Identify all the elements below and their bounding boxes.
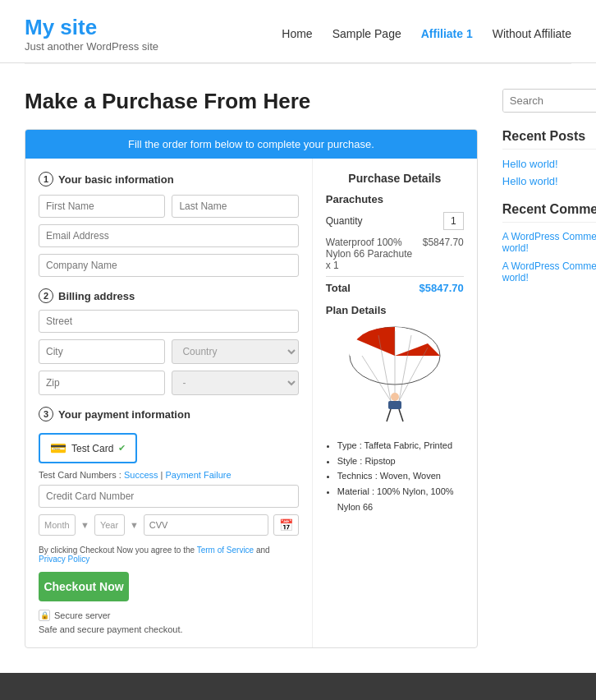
check-icon: ✔ — [118, 443, 126, 454]
form-fields-section: 1 Your basic information — [25, 159, 313, 647]
payment-section: 💳 Test Card ✔ Test Card Numbers : Succes… — [39, 433, 299, 634]
qty-label: Quantity — [326, 215, 363, 227]
recent-comments-title: Recent Comments — [502, 202, 596, 223]
svg-rect-6 — [388, 401, 401, 409]
nav-affiliate1[interactable]: Affiliate 1 — [421, 27, 473, 40]
checkout-button[interactable]: Checkout Now — [39, 572, 129, 601]
feature-3: Technics : Woven, Woven — [337, 468, 464, 484]
footer-widgets: Colorway Theme Footer is widgetized. To … — [0, 673, 596, 700]
section3-title: 3 Your payment information — [39, 407, 299, 421]
footer: Colorway Theme Footer is widgetized. To … — [0, 673, 596, 700]
feature-2: Style : Ripstop — [337, 454, 464, 469]
test-card-text: Test Card Numbers : — [39, 470, 124, 480]
total-label: Total — [326, 282, 351, 294]
secure-icon: 🔒 — [39, 610, 50, 621]
site-name: My site — [25, 15, 158, 40]
company-row — [39, 254, 299, 277]
product-detail-row: Waterproof 100% Nylon 66 Parachute x 1 $… — [326, 237, 464, 271]
main-content: Make a Purchase From Here Fill the order… — [0, 64, 596, 673]
calendar-icon: 📅 — [273, 514, 299, 536]
zip-extra-select[interactable]: - — [172, 371, 298, 395]
section1-label: Your basic information — [58, 173, 174, 186]
secure-label: Secure server — [54, 610, 110, 620]
secure-note: Safe and secure payment checkout. — [39, 624, 299, 634]
product-price: $5847.70 — [423, 237, 464, 271]
city-country-row: Country — [39, 339, 299, 364]
parachute-image — [326, 323, 464, 430]
site-branding: My site Just another WordPress site — [25, 15, 158, 53]
first-name-input[interactable] — [39, 195, 165, 218]
search-bar: 🔍 — [502, 89, 596, 113]
svg-point-7 — [391, 393, 399, 401]
card-icon: 💳 — [50, 440, 66, 456]
plan-features: Type : Taffeta Fabric, Printed Style : R… — [326, 438, 464, 514]
post-link-1[interactable]: Hello world! — [502, 158, 596, 170]
left-column: Make a Purchase From Here Fill the order… — [25, 89, 478, 648]
failure-link[interactable]: Payment Failure — [165, 470, 231, 480]
cvv-input[interactable] — [144, 514, 268, 536]
comment-2: A WordPress Commenter on Hello world! — [502, 260, 596, 283]
section2-title: 2 Billing address — [39, 288, 299, 303]
purchase-details-panel: Purchase Details Parachutes Quantity 1 W… — [313, 159, 477, 647]
form-header: Fill the order form below to complete yo… — [25, 130, 477, 159]
svg-line-9 — [399, 409, 403, 421]
plan-title: Plan Details — [326, 304, 464, 316]
nav-home[interactable]: Home — [282, 27, 312, 40]
svg-line-8 — [387, 409, 391, 421]
site-header: My site Just another WordPress site Home… — [0, 0, 596, 63]
site-tagline: Just another WordPress site — [25, 40, 158, 53]
month-select[interactable]: Month — [39, 514, 76, 536]
sidebar: 🔍 Recent Posts Hello world! Hello world!… — [502, 89, 596, 648]
secure-row: 🔒 Secure server — [39, 610, 299, 621]
terms-text: By clicking Checkout Now you agree to th… — [39, 546, 299, 564]
qty-row: Quantity 1 — [326, 212, 464, 230]
arrow2-icon: ▼ — [130, 520, 139, 530]
commenter-2-link[interactable]: A WordPress Commenter — [502, 260, 596, 272]
recent-posts-section: Recent Posts Hello world! Hello world! — [502, 129, 596, 187]
feature-1: Type : Taffeta Fabric, Printed — [337, 438, 464, 454]
purchase-title: Purchase Details — [326, 172, 464, 185]
product-name: Parachutes — [326, 193, 464, 205]
cc-number-input[interactable] — [39, 485, 299, 508]
feature-4: Material : 100% Nylon, 100% Nylon 66 — [337, 484, 464, 514]
post-link-2[interactable]: Hello world! — [502, 175, 596, 187]
company-input[interactable] — [39, 254, 299, 277]
email-input[interactable] — [39, 224, 299, 247]
section2-label: Billing address — [58, 290, 135, 302]
privacy-link[interactable]: Privacy Policy — [39, 555, 89, 564]
city-input[interactable] — [39, 339, 165, 364]
recent-posts-title: Recent Posts — [502, 129, 596, 150]
year-select[interactable]: Year — [94, 514, 125, 536]
nav-without-affiliate[interactable]: Without Affiliate — [493, 27, 571, 40]
form-body: 1 Your basic information — [25, 159, 477, 647]
main-nav: Home Sample Page Affiliate 1 Without Aff… — [282, 27, 571, 40]
street-row — [39, 310, 299, 333]
comment-1: A WordPress Commenter on Hello world! — [502, 231, 596, 254]
terms-link[interactable]: Term of Service — [197, 546, 254, 555]
expiry-row: Month ▼ Year ▼ 📅 — [39, 514, 299, 536]
commenter-1-link[interactable]: A WordPress Commenter — [502, 231, 596, 242]
email-row — [39, 224, 299, 247]
zip-row: - — [39, 371, 299, 395]
page-title: Make a Purchase From Here — [25, 89, 478, 114]
section1-title: 1 Your basic information — [39, 172, 299, 187]
section3-label: Your payment information — [58, 408, 190, 421]
last-name-input[interactable] — [172, 195, 298, 218]
section3-num: 3 — [39, 407, 53, 421]
zip-input[interactable] — [39, 371, 165, 395]
country-select[interactable]: Country — [172, 339, 298, 364]
street-input[interactable] — [39, 310, 299, 333]
card-button-label: Test Card — [71, 443, 113, 454]
nav-sample-page[interactable]: Sample Page — [332, 27, 401, 40]
total-row: Total $5847.70 — [326, 276, 464, 294]
success-link[interactable]: Success — [124, 470, 158, 480]
form-header-text: Fill the order form below to complete yo… — [128, 138, 374, 150]
search-input[interactable] — [503, 90, 596, 112]
name-row — [39, 195, 299, 218]
arrow-icon: ▼ — [80, 520, 89, 530]
total-price: $5847.70 — [419, 282, 464, 294]
recent-comments-section: Recent Comments A WordPress Commenter on… — [502, 202, 596, 283]
qty-value: 1 — [443, 212, 464, 230]
section2-num: 2 — [39, 288, 53, 303]
test-card-button[interactable]: 💳 Test Card ✔ — [39, 433, 137, 463]
